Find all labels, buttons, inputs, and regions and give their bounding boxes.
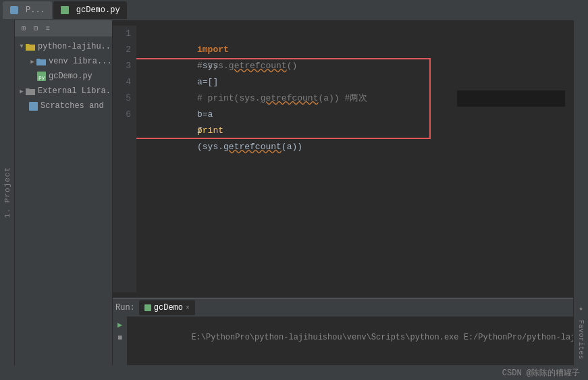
run-tab-icon [144,304,151,311]
line-num-5: 5 [113,90,131,107]
code-print-args: (sys.getrefcount(a)) [197,142,302,152]
file-icon-scratches [28,101,38,111]
bottom-output: E:\PythonPro\python-lajihuishou\venv\Scr… [128,317,573,365]
favorites-label: Favorites [577,320,585,360]
sidebar-btn-3[interactable]: ≡ [43,24,53,33]
svg-rect-4 [29,102,38,111]
bottom-tabs: Run: gcDemo × [113,299,573,317]
sidebar: ⊞ ⊟ ≡ ▼ python-lajihu... ▶ venv libra... [15,20,113,365]
tree-item-gcdemo[interactable]: py gcDemo.py [15,69,112,84]
line-num-2: 2 [113,42,131,58]
line-num-6: 6 [113,107,131,123]
arrow-root: ▼ [18,43,26,51]
tree-item-external[interactable]: ▶ External Libra... [15,84,112,99]
editor-content: 1 2 3 4 5 6 import sys # sys.getrefcount… [113,20,573,298]
tab-project[interactable]: P... [3,1,52,19]
tree-item-scratches[interactable]: Scratches and [15,99,112,113]
output-result-line: 3 [133,356,568,365]
sidebar-btn-2[interactable]: ⊟ [31,24,41,33]
svg-rect-0 [10,6,18,14]
python-file-icon [60,5,70,15]
line5-overlay [457,90,565,107]
line-num-3: 3 [113,58,131,74]
code-line-3: a=[] [144,58,565,74]
code-line-1: import sys [144,26,565,42]
folder-icon-root [26,42,35,51]
sidebar-tree: ▼ python-lajihu... ▶ venv libra... [15,36,112,365]
folder-icon-external [26,86,35,96]
tree-item-root[interactable]: ▼ python-lajihu... [15,39,112,54]
code-print: print [197,126,223,136]
tree-item-scratches-label: Scratches and [41,101,104,111]
tree-item-external-label: External Libra... [38,86,112,96]
tab-bar: P... gcDemo.py [0,0,588,20]
code-line-5: b=a I [144,90,565,107]
close-tab-icon[interactable]: × [186,304,190,312]
bottom-tab-label: gcDemo [154,303,183,313]
bottom-tab-gcdemo[interactable]: gcDemo × [139,300,195,315]
favorites-icon[interactable]: ★ [575,302,587,315]
svg-text:py: py [38,74,45,80]
run-label: Run: [115,303,135,313]
svg-rect-1 [61,6,69,14]
output-command-text: E:\PythonPro\python-lajihuishou\venv\Scr… [191,333,573,342]
tree-item-venv[interactable]: ▶ venv libra... [15,54,112,69]
bottom-side-buttons: ▶ ■ [113,317,128,365]
tree-item-gcdemo-label: gcDemo.py [49,72,92,81]
arrow-venv: ▶ [28,57,36,65]
bottom-strip: CSDN @陈陈的糟罐子 [0,365,588,380]
line-num-4: 4 [113,74,131,90]
run-play-button[interactable]: ▶ [115,319,126,330]
tree-item-root-label: python-lajihu... [38,42,112,51]
stop-button[interactable]: ■ [115,333,126,344]
code-lines[interactable]: import sys # sys.getrefcount() a=[] # pr… [136,26,573,292]
watermark-text: CSDN @陈陈的糟罐子 [502,367,580,379]
bottom-content: ▶ ■ E:\PythonPro\python-lajihuishou\venv… [113,317,573,365]
editor-area: 1 2 3 4 5 6 import sys # sys.getrefcount… [113,20,573,365]
folder-icon-venv [36,57,46,66]
main-area: 1. Project ⊞ ⊟ ≡ ▼ python-lajihu... ▶ [0,20,588,365]
sidebar-toolbar: ⊞ ⊟ ≡ [15,20,112,36]
output-command-line: E:\PythonPro\python-lajihuishou\venv\Scr… [133,319,568,356]
code-line-2: # sys.getrefcount() [144,42,565,58]
code-line-6: print (sys.getrefcount(a)) [144,107,565,123]
code-line-4: # print(sys.getrefcount(a)) #两次 [144,74,565,90]
tab-gcdemo-label: gcDemo.py [76,5,120,15]
line-numbers: 1 2 3 4 5 6 [113,26,136,292]
project-label-text: 1. Project [3,167,11,218]
file-icon-gcdemo: py [36,72,46,81]
project-sidebar-label: 1. Project [0,20,15,365]
line-num-1: 1 [113,26,131,42]
right-side-panel: ★ Favorites [573,20,588,365]
sidebar-btn-1[interactable]: ⊞ [19,24,28,33]
arrow-external: ▶ [18,87,26,95]
project-icon [9,5,19,15]
bottom-panel: Run: gcDemo × ▶ ■ E:\PythonPro\python-la… [113,298,573,365]
tab-gcdemo[interactable]: gcDemo.py [53,1,127,19]
tab-project-label: P... [26,5,45,15]
tree-item-venv-label: venv libra... [49,57,112,66]
